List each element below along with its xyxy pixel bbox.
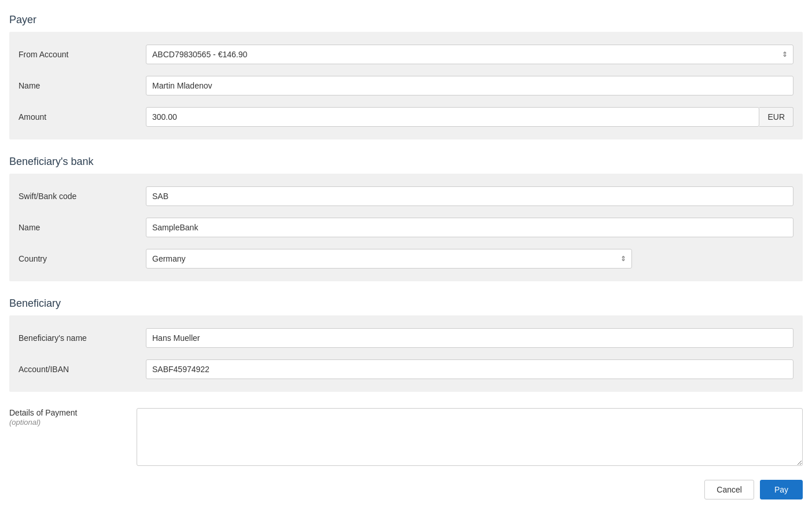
details-optional-label: (optional): [9, 418, 41, 427]
beneficiary-bank-body: Swift/Bank code Name Country Germany Fra…: [9, 174, 803, 281]
beneficiary-title: Beneficiary: [9, 293, 803, 313]
from-account-label: From Account: [19, 50, 146, 59]
bank-name-input[interactable]: [146, 218, 793, 237]
beneficiary-name-label: Beneficiary's name: [19, 333, 146, 343]
payer-title: Payer: [9, 9, 803, 30]
details-section: Details of Payment (optional): [9, 403, 803, 475]
beneficiary-bank-section: Beneficiary's bank Swift/Bank code Name …: [9, 151, 803, 281]
amount-input[interactable]: [146, 107, 759, 127]
details-label: Details of Payment: [9, 408, 137, 417]
from-account-select[interactable]: ABCD79830565 - €146.90: [146, 45, 793, 64]
beneficiary-name-field: [146, 328, 793, 348]
details-textarea[interactable]: [137, 408, 803, 466]
country-wrapper: Germany France United Kingdom Spain Ital…: [146, 249, 632, 269]
beneficiary-body: Beneficiary's name Account/IBAN: [9, 315, 803, 392]
payer-name-label: Name: [19, 81, 146, 90]
swift-field: [146, 186, 793, 206]
swift-label: Swift/Bank code: [19, 192, 146, 201]
country-label: Country: [19, 254, 146, 263]
cancel-button[interactable]: Cancel: [704, 480, 754, 499]
from-account-field: ABCD79830565 - €146.90 ⇕: [146, 45, 793, 64]
bank-name-label: Name: [19, 223, 146, 232]
details-label-block: Details of Payment (optional): [9, 408, 137, 427]
beneficiary-name-row: Beneficiary's name: [19, 322, 793, 354]
beneficiary-bank-title: Beneficiary's bank: [9, 151, 803, 171]
country-field: Germany France United Kingdom Spain Ital…: [146, 249, 793, 269]
amount-row: Amount EUR: [19, 101, 793, 133]
amount-currency-row: EUR: [146, 107, 793, 127]
payer-name-row: Name: [19, 70, 793, 101]
swift-row: Swift/Bank code: [19, 181, 793, 212]
beneficiary-name-input[interactable]: [146, 328, 793, 348]
bank-name-row: Name: [19, 212, 793, 243]
payer-section: Payer From Account ABCD79830565 - €146.9…: [9, 9, 803, 139]
country-row: Country Germany France United Kingdom Sp…: [19, 243, 793, 274]
pay-button[interactable]: Pay: [760, 480, 803, 499]
currency-badge: EUR: [759, 107, 793, 127]
country-select[interactable]: Germany France United Kingdom Spain Ital…: [146, 249, 632, 269]
amount-field: EUR: [146, 107, 793, 127]
iban-field: [146, 359, 793, 379]
iban-input[interactable]: [146, 359, 793, 379]
iban-row: Account/IBAN: [19, 354, 793, 385]
amount-label: Amount: [19, 112, 146, 122]
payer-name-input[interactable]: [146, 76, 793, 95]
iban-label: Account/IBAN: [19, 365, 146, 374]
from-account-wrapper: ABCD79830565 - €146.90 ⇕: [146, 45, 793, 64]
swift-input[interactable]: [146, 186, 793, 206]
payer-name-field: [146, 76, 793, 95]
bank-name-field: [146, 218, 793, 237]
from-account-row: From Account ABCD79830565 - €146.90 ⇕: [19, 39, 793, 70]
payer-body: From Account ABCD79830565 - €146.90 ⇕ Na…: [9, 32, 803, 139]
beneficiary-section: Beneficiary Beneficiary's name Account/I…: [9, 293, 803, 392]
footer-buttons: Cancel Pay: [9, 480, 803, 499]
